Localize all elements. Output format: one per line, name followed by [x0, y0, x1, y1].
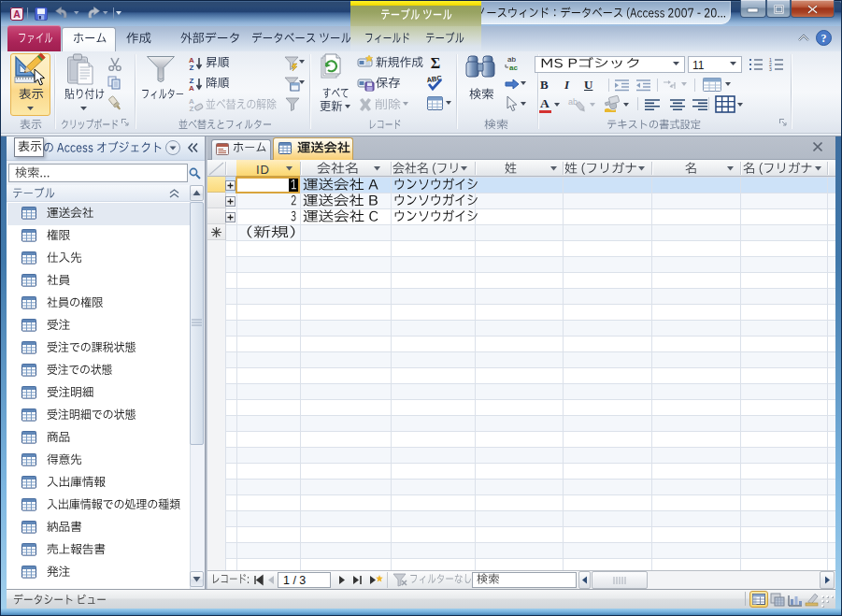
svg-text:Z: Z	[190, 64, 194, 72]
svg-text:ac: ac	[509, 64, 518, 72]
svg-text:Σ: Σ	[431, 55, 440, 71]
svg-text:3: 3	[769, 66, 772, 72]
svg-text:A: A	[189, 84, 194, 93]
svg-text:Z: Z	[190, 105, 194, 113]
svg-text:A: A	[13, 8, 21, 20]
svg-text:ab: ab	[507, 55, 516, 64]
svg-text:?: ?	[821, 32, 827, 45]
